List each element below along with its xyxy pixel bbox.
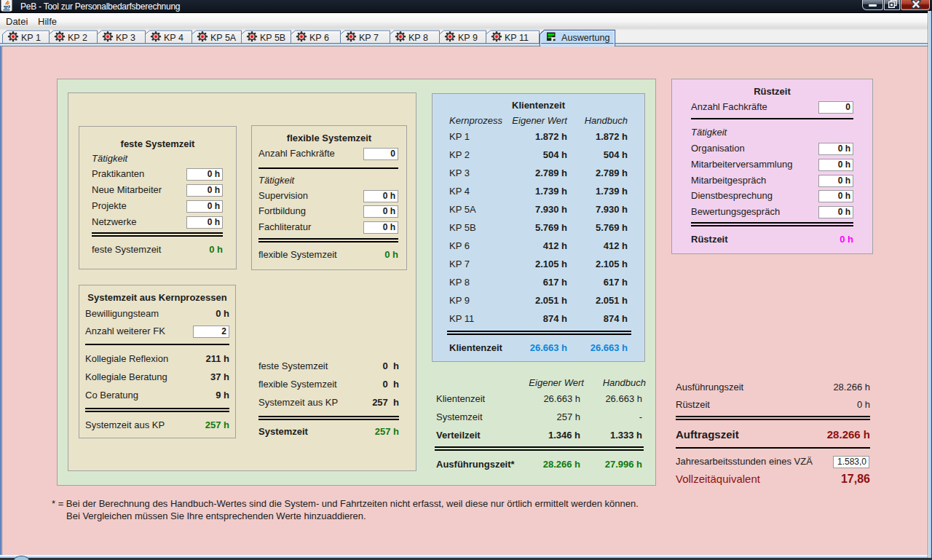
- svg-text:KP 4: KP 4: [164, 33, 183, 43]
- svg-text:KP 11: KP 11: [505, 33, 529, 43]
- svg-text:Auswertung: Auswertung: [561, 33, 610, 43]
- svg-text:KP 6: KP 6: [309, 33, 329, 43]
- svg-text:KP 8: KP 8: [408, 33, 428, 43]
- svg-text:KP 5B: KP 5B: [260, 33, 285, 43]
- svg-text:KP 2: KP 2: [68, 33, 87, 43]
- svg-text:KP 3: KP 3: [116, 33, 135, 43]
- svg-text:KP 9: KP 9: [458, 33, 478, 43]
- svg-text:KP 5A: KP 5A: [210, 33, 237, 43]
- svg-text:KP 7: KP 7: [359, 33, 379, 43]
- svg-text:KP 1: KP 1: [21, 33, 41, 43]
